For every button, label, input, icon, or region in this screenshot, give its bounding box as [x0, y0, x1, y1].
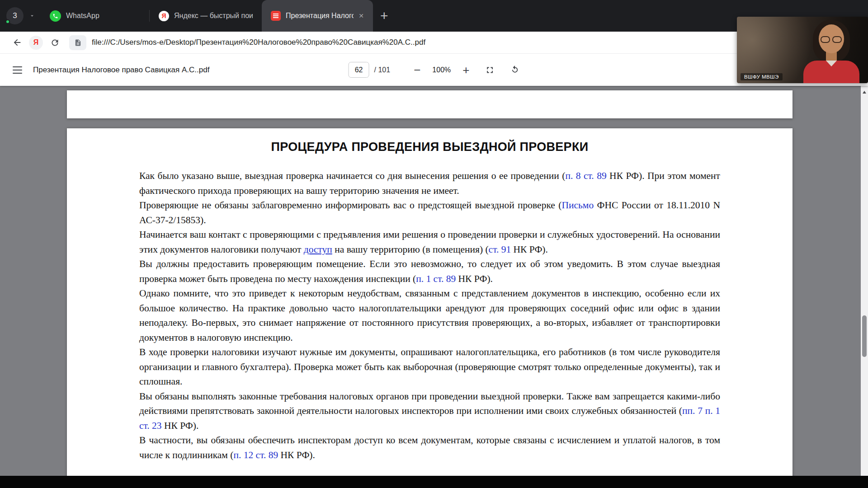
document-title: ПРОЦЕДУРА ПРОВЕДЕНИЯ ВЫЕЗДНОЙ ПРОВЕРКИ	[139, 140, 720, 154]
tab-counter-value: 3	[13, 11, 17, 20]
pdf-content-area: ПРОЦЕДУРА ПРОВЕДЕНИЯ ВЫЕЗДНОЙ ПРОВЕРКИ К…	[0, 86, 868, 488]
document-link[interactable]: ст. 91	[489, 244, 511, 255]
new-tab-button[interactable]: +	[380, 9, 388, 23]
document-text: Как было указано выше, выездная проверка…	[139, 170, 565, 181]
pdf-page: ПРОЦЕДУРА ПРОВЕДЕНИЯ ВЫЕЗДНОЙ ПРОВЕРКИ К…	[67, 128, 793, 488]
zoom-in-button[interactable]: +	[462, 64, 469, 76]
pdf-page-controls: 62 / 101 − 100% +	[349, 62, 520, 78]
document-text: Вы обязаны выполнять законные требования…	[139, 391, 720, 417]
yandex-icon: Я	[159, 11, 169, 21]
page-total-label: / 101	[374, 66, 391, 74]
site-identity-icon[interactable]	[69, 35, 86, 50]
tab-label: WhatsApp	[66, 12, 99, 20]
scroll-up-icon[interactable]	[862, 88, 867, 96]
previous-page-bottom	[67, 90, 793, 118]
document-text: НК РФ).	[456, 273, 493, 284]
document-text: на вашу территорию (в помещения) (	[332, 244, 489, 255]
document-paragraph: Как было указано выше, выездная проверка…	[139, 169, 720, 198]
tab-label: Презентация Налогов...	[286, 12, 354, 20]
back-button[interactable]	[9, 34, 25, 51]
document-paragraph: В ходе проверки налоговики изучают нужны…	[139, 345, 720, 389]
document-paragraph: Однако помните, что это приведет к некот…	[139, 286, 720, 345]
webcam-label: ВШФУ МВШЭ	[741, 73, 783, 80]
document-text: Проверяющие не обязаны заблаговременно и…	[139, 200, 561, 211]
bottom-bar	[0, 476, 868, 488]
document-body: Как было указано выше, выездная проверка…	[139, 169, 720, 462]
close-tab-icon[interactable]: ✕	[359, 12, 364, 19]
document-text: Однако помните, что это приведет к некот…	[139, 288, 720, 343]
rotate-page-icon[interactable]	[510, 65, 519, 75]
page-number-input[interactable]: 62	[349, 62, 369, 78]
document-text: В частности, вы обязаны обеспечить инспе…	[139, 435, 720, 460]
webcam-overlay[interactable]: ВШФУ МВШЭ	[737, 17, 868, 83]
presence-dot	[5, 19, 10, 24]
document-link[interactable]: доступ	[304, 244, 332, 255]
document-text: В ходе проверки налоговики изучают нужны…	[139, 347, 720, 387]
document-link[interactable]: Письмо	[561, 200, 594, 211]
document-paragraph: Начинается ваш контакт с проверяющими с …	[139, 227, 720, 257]
document-paragraph: Вы должны предоставить проверяющим помещ…	[139, 257, 720, 286]
scrollbar-thumb[interactable]	[862, 315, 867, 357]
pdf-filename: Презентация Налоговое право Савицкая А.С…	[33, 66, 209, 75]
yandex-home-button[interactable]: Я	[29, 36, 43, 50]
document-text: НК РФ).	[162, 420, 199, 431]
pdf-file-icon	[271, 11, 281, 21]
document-paragraph: Проверяющие не обязаны заблаговременно и…	[139, 198, 720, 227]
zoom-out-button[interactable]: −	[414, 64, 420, 76]
reload-button[interactable]	[47, 34, 63, 51]
menu-icon[interactable]	[13, 64, 22, 76]
fit-page-icon[interactable]	[485, 65, 495, 75]
document-link[interactable]: п. 1 ст. 89	[416, 273, 456, 284]
tab-presentation-pdf[interactable]: Презентация Налогов... ✕	[262, 0, 373, 32]
document-paragraph: В частности, вы обязаны обеспечить инспе…	[139, 433, 720, 462]
document-text: НК РФ).	[511, 244, 548, 255]
document-link[interactable]: п. 12 ст. 89	[233, 450, 278, 460]
tab-whatsapp[interactable]: WhatsApp	[41, 0, 149, 32]
browser-window: 3 WhatsApp Я Яндекс — быстрый поиск През…	[0, 0, 868, 488]
document-paragraph: Вы обязаны выполнять законные требования…	[139, 389, 720, 433]
chevron-down-icon[interactable]	[25, 13, 39, 19]
document-text: НК РФ).	[278, 450, 315, 460]
tab-yandex-search[interactable]: Я Яндекс — быстрый поиск	[150, 0, 262, 32]
presenter-glasses	[821, 36, 842, 43]
tab-label: Яндекс — быстрый поиск	[174, 12, 253, 20]
document-link[interactable]: п. 8 ст. 89	[565, 170, 606, 181]
scrollbar[interactable]	[861, 86, 868, 488]
zoom-level: 100%	[432, 66, 451, 74]
url-text[interactable]: file:///C:/Users/mos-e/Desktop/Презентац…	[92, 38, 752, 47]
whatsapp-icon	[50, 10, 61, 22]
tab-counter-button[interactable]: 3	[6, 7, 24, 24]
